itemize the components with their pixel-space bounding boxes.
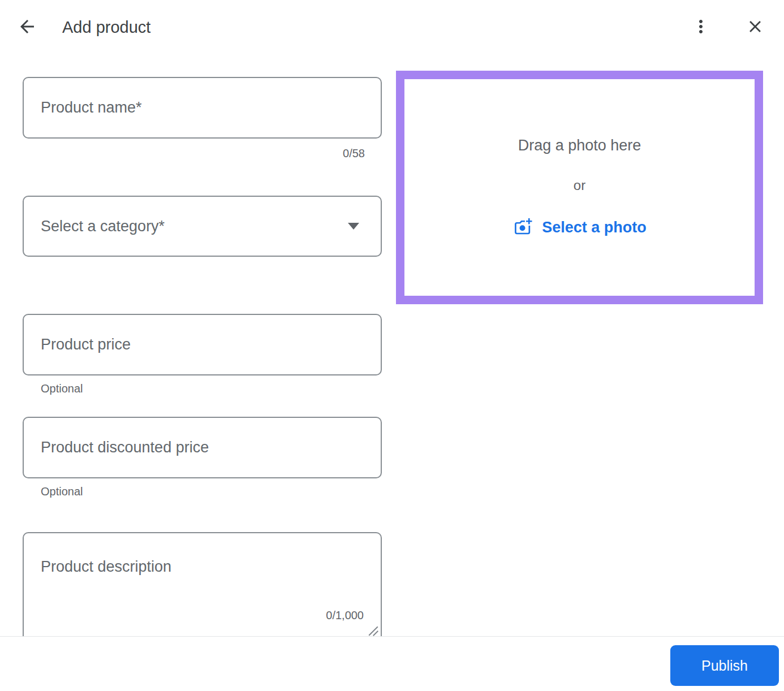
footer-bar: Publish — [0, 636, 784, 691]
select-photo-button[interactable]: Select a photo — [512, 217, 647, 239]
close-icon — [746, 17, 765, 38]
discounted-price-optional-label: Optional — [41, 485, 83, 498]
more-vert-icon — [691, 16, 711, 38]
add-a-photo-icon — [512, 217, 533, 239]
arrow-back-icon — [17, 16, 37, 38]
price-optional-label: Optional — [41, 382, 83, 395]
product-name-counter: 0/58 — [23, 147, 365, 160]
product-discounted-price-input[interactable] — [23, 417, 382, 478]
product-name-input[interactable] — [23, 77, 382, 139]
category-select-label: Select a category* — [41, 218, 348, 235]
product-description-field: 0/1,000 — [23, 532, 382, 654]
publish-button[interactable]: Publish — [670, 645, 779, 686]
back-button[interactable] — [14, 14, 41, 41]
or-text: or — [574, 178, 585, 193]
close-button[interactable] — [742, 14, 769, 41]
more-options-button[interactable] — [687, 14, 714, 41]
add-product-dialog: Add product 0/58 Select a category* Opti… — [0, 0, 784, 691]
category-select[interactable]: Select a category* — [23, 196, 382, 257]
product-description-input[interactable] — [24, 533, 381, 653]
caret-down-icon — [348, 223, 359, 230]
product-price-input[interactable] — [23, 314, 382, 375]
photo-dropzone[interactable]: Drag a photo here or Select a photo — [396, 71, 763, 304]
resize-handle[interactable] — [368, 625, 379, 636]
drag-photo-text: Drag a photo here — [518, 137, 641, 154]
page-title: Add product — [62, 17, 150, 37]
select-photo-label: Select a photo — [542, 219, 647, 236]
